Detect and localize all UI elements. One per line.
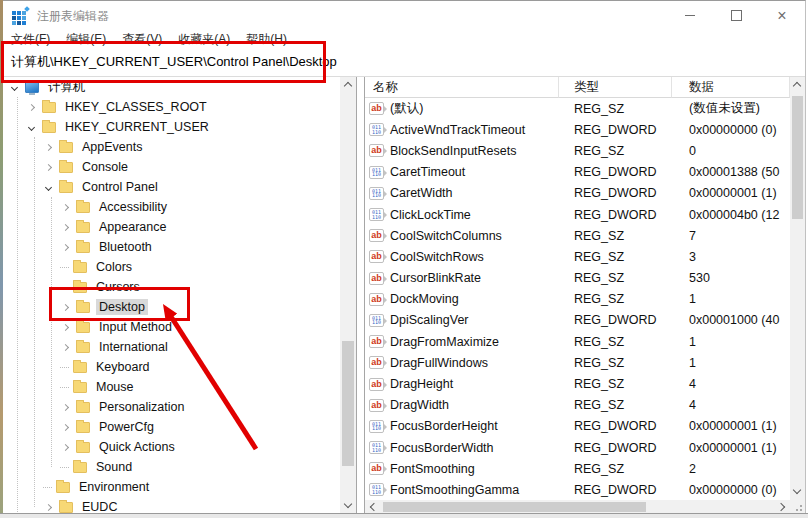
expand-chevron-icon[interactable]	[60, 467, 69, 468]
registry-value-row[interactable]: FontSmoothing REG_SZ 2	[365, 458, 790, 479]
list-vertical-scrollbar[interactable]	[790, 77, 805, 500]
expand-chevron-icon[interactable]	[62, 223, 69, 230]
expand-chevron-icon[interactable]	[45, 143, 52, 150]
tree-item[interactable]: Colors	[4, 257, 340, 277]
tree-item[interactable]: Cursors	[4, 277, 340, 297]
tree-item[interactable]: EUDC	[4, 497, 340, 514]
expand-chevron-icon[interactable]	[43, 487, 52, 488]
column-header-name[interactable]: 名称	[365, 77, 559, 98]
expand-chevron-icon[interactable]	[28, 123, 35, 130]
tree-item[interactable]: Quick Actions	[4, 437, 340, 457]
expand-chevron-icon[interactable]	[62, 303, 69, 310]
list-horizontal-scrollbar[interactable]	[365, 500, 790, 514]
registry-value-row[interactable]: FontSmoothingGamma REG_DWORD 0x00000000 …	[365, 479, 790, 500]
address-input[interactable]: 计算机\HKEY_CURRENT_USER\Control Panel\Desk…	[11, 53, 337, 71]
expand-chevron-icon[interactable]	[62, 203, 69, 210]
registry-value-row[interactable]: BlockSendInputResets REG_SZ 0	[365, 140, 790, 161]
expand-chevron-icon[interactable]	[60, 367, 69, 368]
scroll-up-icon[interactable]	[793, 82, 801, 90]
tree-item[interactable]: Environment	[4, 477, 340, 497]
tree-item[interactable]: Appearance	[4, 217, 340, 237]
registry-value-row[interactable]: DragHeight REG_SZ 4	[365, 373, 790, 394]
registry-value-row[interactable]: CoolSwitchRows REG_SZ 3	[365, 246, 790, 267]
expand-chevron-icon[interactable]	[62, 343, 69, 350]
tree-item-label: AppEvents	[79, 139, 145, 155]
tree-item[interactable]: PowerCfg	[4, 417, 340, 437]
expand-chevron-icon[interactable]	[60, 287, 69, 288]
registry-value-row[interactable]: DragWidth REG_SZ 4	[365, 395, 790, 416]
registry-value-row[interactable]: ClickLockTime REG_DWORD 0x000004b0 (12	[365, 204, 790, 225]
expand-chevron-icon[interactable]	[45, 163, 52, 170]
scroll-right-icon[interactable]	[777, 503, 785, 511]
scroll-left-icon[interactable]	[370, 503, 378, 511]
expand-chevron-icon[interactable]	[45, 503, 52, 510]
value-name: DragHeight	[390, 377, 453, 391]
value-type-icon	[369, 123, 384, 136]
tree-item[interactable]: Accessibility	[4, 197, 340, 217]
registry-value-row[interactable]: DragFullWindows REG_SZ 1	[365, 352, 790, 373]
expand-chevron-icon[interactable]	[60, 267, 69, 268]
tree-item[interactable]: Keyboard	[4, 357, 340, 377]
tree-item[interactable]: 计算机	[4, 77, 340, 97]
tree-item[interactable]: AppEvents	[4, 137, 340, 157]
resize-grip-icon[interactable]	[800, 509, 802, 511]
registry-value-row[interactable]: DockMoving REG_SZ 1	[365, 289, 790, 310]
value-type: REG_DWORD	[559, 483, 672, 497]
scroll-down-icon[interactable]	[793, 486, 801, 494]
close-icon[interactable]	[759, 1, 805, 30]
scrollbar-thumb[interactable]	[342, 341, 354, 466]
scrollbar-thumb[interactable]	[792, 96, 803, 219]
maximize-icon[interactable]	[713, 1, 759, 30]
menu-item[interactable]: 编辑(E)	[58, 31, 114, 48]
menu-item[interactable]: 收藏夹(A)	[170, 31, 238, 48]
expand-chevron-icon[interactable]	[62, 403, 69, 410]
scroll-up-icon[interactable]	[344, 82, 352, 90]
registry-value-row[interactable]: (默认) REG_SZ (数值未设置)	[365, 98, 790, 119]
menu-item[interactable]: 文件(F)	[3, 31, 58, 48]
tree-item[interactable]: Control Panel	[4, 177, 340, 197]
scrollbar-thumb[interactable]	[383, 502, 646, 512]
column-header-data[interactable]: 数据	[672, 77, 790, 98]
tree-item[interactable]: HKEY_CLASSES_ROOT	[4, 97, 340, 117]
tree-item[interactable]: Input Method	[4, 317, 340, 337]
tree-item[interactable]: Personalization	[4, 397, 340, 417]
value-data: 0x00000001 (1)	[672, 419, 790, 433]
registry-value-row[interactable]: FocusBorderHeight REG_DWORD 0x00000001 (…	[365, 416, 790, 437]
registry-value-row[interactable]: ActiveWndTrackTimeout REG_DWORD 0x000000…	[365, 119, 790, 140]
tree-item[interactable]: Sound	[4, 457, 340, 477]
expand-chevron-icon[interactable]	[62, 243, 69, 250]
expand-chevron-icon[interactable]	[62, 443, 69, 450]
expand-chevron-icon[interactable]	[11, 83, 18, 90]
tree-item[interactable]: Bluetooth	[4, 237, 340, 257]
minimize-icon[interactable]	[667, 1, 713, 30]
registry-value-row[interactable]: CaretTimeout REG_DWORD 0x00001388 (50	[365, 162, 790, 183]
tree-item[interactable]: Console	[4, 157, 340, 177]
registry-value-row[interactable]: CursorBlinkRate REG_SZ 530	[365, 268, 790, 289]
registry-value-row[interactable]: CoolSwitchColumns REG_SZ 7	[365, 225, 790, 246]
registry-value-row[interactable]: CaretWidth REG_DWORD 0x00000001 (1)	[365, 183, 790, 204]
column-header-type[interactable]: 类型	[559, 77, 672, 98]
folder-icon	[76, 442, 90, 453]
value-type-icon	[369, 208, 384, 221]
tree-item[interactable]: Desktop	[4, 297, 340, 317]
registry-value-row[interactable]: DpiScalingVer REG_DWORD 0x00001000 (40	[365, 310, 790, 331]
address-bar[interactable]: 计算机\HKEY_CURRENT_USER\Control Panel\Desk…	[3, 48, 805, 77]
registry-value-row[interactable]: FocusBorderWidth REG_DWORD 0x00000001 (1…	[365, 437, 790, 458]
tree-item[interactable]: HKEY_CURRENT_USER	[4, 117, 340, 137]
value-data: 1	[672, 292, 790, 306]
pane-splitter[interactable]	[356, 77, 365, 514]
expand-chevron-icon[interactable]	[62, 323, 69, 330]
expand-chevron-icon[interactable]	[45, 183, 52, 190]
value-name: FontSmoothing	[390, 462, 475, 476]
expand-chevron-icon[interactable]	[28, 103, 35, 110]
registry-value-row[interactable]: DragFromMaximize REG_SZ 1	[365, 331, 790, 352]
tree-scrollbar[interactable]	[340, 77, 356, 514]
menu-item[interactable]: 查看(V)	[114, 31, 170, 48]
expand-chevron-icon[interactable]	[62, 423, 69, 430]
tree-item[interactable]: Mouse	[4, 377, 340, 397]
tree-item[interactable]: International	[4, 337, 340, 357]
expand-chevron-icon[interactable]	[60, 387, 69, 388]
tree-item-label: Appearance	[96, 219, 169, 235]
menu-item[interactable]: 帮助(H)	[238, 31, 295, 48]
scroll-down-icon[interactable]	[344, 500, 352, 508]
